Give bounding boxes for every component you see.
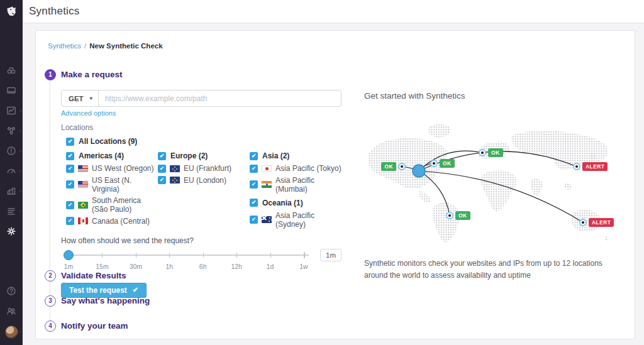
location-checkbox[interactable]: ✔EU (London): [158, 176, 250, 185]
checkbox-checked-icon[interactable]: ✔: [250, 216, 258, 224]
checkbox-checked-icon[interactable]: ✔: [66, 180, 74, 189]
location-groups: ✔Americas (4)✔US West (Oregon)✔US East (…: [61, 151, 341, 234]
promo-panel: Get started with Synthetics: [364, 91, 621, 281]
slider-tick-label: 12h: [231, 263, 242, 270]
world-map-svg: [364, 117, 616, 249]
sidebar-item-user-avatar[interactable]: ›: [0, 321, 23, 341]
checkbox-checked-icon[interactable]: ✔: [66, 138, 74, 146]
logs-icon: [6, 206, 16, 216]
user-avatar[interactable]: [5, 326, 18, 339]
location-label: EU (Frankfurt): [184, 164, 231, 173]
checkbox-checked-icon[interactable]: ✔: [66, 165, 74, 173]
checkbox-checked-icon[interactable]: ✔: [250, 152, 258, 160]
sidebar-item-integrations[interactable]: ›: [0, 181, 23, 201]
slider-tick: [203, 253, 204, 258]
datadog-logo[interactable]: [0, 0, 23, 23]
location-checkbox[interactable]: ✔Asia Pacific (Tokyo): [250, 164, 341, 173]
sidebar-item-infrastructure[interactable]: ›: [0, 121, 23, 141]
slider-track[interactable]: [64, 255, 309, 256]
location-checkbox[interactable]: ✔South America (São Paulo): [66, 196, 158, 214]
location-group-checkbox[interactable]: ✔Americas (4): [66, 151, 158, 160]
app-window: ›››››› › Synthetics Synthetics/New Synth…: [0, 0, 644, 345]
location-group-name: Europe (2): [170, 151, 208, 160]
test-request-button[interactable]: Test the request ✔: [61, 283, 147, 298]
method-value: GET: [69, 95, 84, 102]
metrics-icon: [6, 106, 16, 116]
infrastructure-icon: [6, 126, 16, 136]
dashboards-icon: [6, 85, 16, 96]
url-input[interactable]: [99, 90, 341, 106]
checkbox-checked-icon[interactable]: ✔: [250, 199, 258, 207]
sidebar-item-watchdog[interactable]: [0, 60, 23, 80]
slider-thumb[interactable]: [64, 250, 74, 260]
step-4-title[interactable]: Notify your team: [61, 321, 128, 331]
location-marker-dot: [433, 162, 435, 165]
sidebar-item-logs[interactable]: ›: [0, 201, 23, 221]
step-2-title[interactable]: Validate Results: [61, 271, 126, 280]
chevron-right-icon: ›: [19, 329, 21, 334]
us-flag-icon: [78, 165, 88, 172]
world-map: OKOKOKALERTOKALERT: [364, 117, 616, 249]
location-marker-dot: [575, 165, 578, 168]
sidebar-item-synthetics[interactable]: [0, 221, 23, 241]
apm-icon: [6, 166, 16, 176]
checkbox-checked-icon[interactable]: ✔: [66, 201, 74, 209]
location-checkbox[interactable]: ✔US West (Oregon): [66, 164, 158, 173]
chevron-right-icon: ›: [19, 209, 21, 214]
checkbox-checked-icon[interactable]: ✔: [250, 165, 258, 173]
status-badge-alert: ALERT: [582, 162, 608, 171]
sidebar: ›››››› ›: [0, 0, 23, 345]
sidebar-item-team[interactable]: [0, 301, 23, 321]
breadcrumb-link-synthetics[interactable]: Synthetics: [48, 42, 81, 50]
frequency-slider[interactable]: 1m15m30m1h6h12h1d1w: [64, 250, 309, 260]
method-select[interactable]: GET ▾: [62, 90, 99, 106]
checkbox-checked-icon[interactable]: ✔: [158, 152, 166, 160]
sidebar-item-apm[interactable]: ›: [0, 161, 23, 181]
frequency-value[interactable]: 1m: [320, 249, 341, 261]
slider-tick: [136, 253, 136, 258]
top-bar: Synthetics: [23, 0, 644, 23]
monitors-icon: [6, 146, 16, 156]
location-checkbox[interactable]: ✔EU (Frankfurt): [158, 164, 250, 173]
sidebar-item-dashboards[interactable]: [0, 80, 23, 101]
location-checkbox-all[interactable]: ✔ All Locations (9): [61, 137, 341, 146]
checkbox-checked-icon[interactable]: ✔: [158, 165, 166, 173]
location-group-checkbox[interactable]: ✔Europe (2): [158, 151, 250, 160]
location-group: ✔Europe (2)✔EU (Frankfurt)✔EU (London): [158, 151, 250, 185]
slider-tick-label: 1w: [299, 263, 308, 270]
checkbox-checked-icon[interactable]: ✔: [66, 152, 74, 160]
location-group-checkbox[interactable]: ✔Oceania (1): [250, 199, 341, 207]
location-marker-dot: [582, 221, 584, 224]
help-icon: [6, 286, 16, 296]
sidebar-item-help[interactable]: [0, 281, 23, 301]
au-flag-icon: [262, 216, 272, 223]
status-badge-ok: OK: [381, 162, 396, 171]
slider-tick-label: 15m: [96, 263, 108, 270]
synthetics-icon: [6, 226, 16, 236]
location-checkbox[interactable]: ✔Asia Pacific (Mumbai): [250, 176, 341, 194]
step-1-indicator: 1: [45, 69, 56, 80]
location-group-checkbox[interactable]: ✔Asia (2): [250, 151, 341, 160]
steps-connector-line: [50, 81, 50, 326]
advanced-options-link[interactable]: Advanced options: [61, 109, 116, 117]
locations-label: Locations: [61, 123, 341, 132]
sidebar-item-metrics[interactable]: ›: [0, 101, 23, 121]
location-checkbox[interactable]: ✔Canada (Central): [66, 217, 158, 226]
location-checkbox[interactable]: ✔Asia Pacific (Sydney): [250, 211, 341, 229]
chevron-right-icon: ›: [19, 108, 21, 114]
sidebar-item-monitors[interactable]: ›: [0, 141, 23, 161]
checkbox-checked-icon[interactable]: ✔: [158, 176, 166, 184]
promo-heading: Get started with Synthetics: [364, 91, 621, 101]
step-4-indicator: 4: [45, 320, 56, 332]
checkbox-checked-icon[interactable]: ✔: [250, 180, 258, 189]
location-group-name: Oceania (1): [262, 199, 303, 207]
location-checkbox[interactable]: ✔US East (N. Virginia): [66, 176, 158, 194]
step-3-title[interactable]: Say what's happening: [61, 296, 150, 305]
step-2-indicator: 2: [45, 270, 56, 282]
breadcrumb: Synthetics/New Synthetic Check: [48, 42, 163, 50]
test-request-label: Test the request: [69, 286, 127, 295]
step-1-title: Make a request: [61, 70, 123, 79]
checkbox-checked-icon[interactable]: ✔: [66, 217, 74, 225]
location-group: ✔Oceania (1)✔Asia Pacific (Sydney): [250, 199, 341, 229]
location-label: Asia Pacific (Sydney): [275, 211, 341, 229]
